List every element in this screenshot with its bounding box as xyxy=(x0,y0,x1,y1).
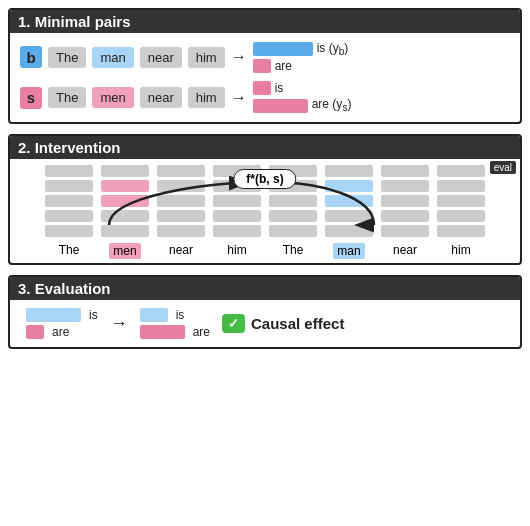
eval-arrow: → xyxy=(110,313,128,334)
bar-row-are-b: are xyxy=(253,59,349,73)
col-label-near-2: near xyxy=(393,243,417,257)
causal-effect-label: Causal effect xyxy=(251,315,344,332)
check-badge: ✓ xyxy=(222,314,245,333)
causal-effect: ✓ Causal effect xyxy=(222,314,344,333)
col-label-the-1: The xyxy=(59,243,80,257)
arrow-s: → xyxy=(231,89,247,107)
cell xyxy=(269,225,317,237)
cell xyxy=(437,225,485,237)
eval-label-are-2: are xyxy=(193,325,210,339)
col-label-him-1: him xyxy=(227,243,246,257)
section2-title: 2. Intervention xyxy=(10,136,520,159)
word-man-b: man xyxy=(92,47,133,68)
cell xyxy=(437,195,485,207)
cell-blue xyxy=(325,180,373,192)
cell xyxy=(269,195,317,207)
word-men-s: men xyxy=(92,87,133,108)
row-s: s The men near him → is are (ys) xyxy=(20,81,510,113)
section1-title: 1. Minimal pairs xyxy=(10,10,520,33)
cell xyxy=(45,165,93,177)
cell xyxy=(381,225,429,237)
eval-label-is: is xyxy=(89,308,98,322)
cell xyxy=(213,210,261,222)
cell xyxy=(325,210,373,222)
cell xyxy=(269,210,317,222)
cell xyxy=(45,180,93,192)
label-is-b: is (yb) xyxy=(317,41,349,57)
eval-bar-blue-small xyxy=(140,308,168,322)
section3-box: 3. Evaluation is are → is xyxy=(8,275,522,349)
intervention-diagram: eval xyxy=(10,159,520,263)
eval-label-are: are xyxy=(52,325,69,339)
bar-row-is-s: is xyxy=(253,81,352,95)
bar-blue-b xyxy=(253,42,313,56)
cell xyxy=(381,180,429,192)
cell xyxy=(437,165,485,177)
eval-bar-row-2: are xyxy=(26,325,98,339)
transformer-grid: f*(b, s) The men xyxy=(14,165,516,259)
eval-bar-row-3: is xyxy=(140,308,210,322)
f-label: f*(b, s) xyxy=(233,169,296,189)
cell xyxy=(45,225,93,237)
eval-bar-row-4: are xyxy=(140,325,210,339)
eval-bar-pink-small xyxy=(26,325,44,339)
cell xyxy=(157,165,205,177)
bar-pink-s-are xyxy=(253,99,308,113)
word-near-b: near xyxy=(140,47,182,68)
col-the-1: The xyxy=(43,165,95,259)
cell xyxy=(157,225,205,237)
cell xyxy=(325,165,373,177)
col-near-2: near xyxy=(379,165,431,259)
word-him-s: him xyxy=(188,87,225,108)
cell xyxy=(101,165,149,177)
label-s: s xyxy=(20,87,42,109)
bar-row-is-b: is (yb) xyxy=(253,41,349,57)
cell xyxy=(437,210,485,222)
section3-title: 3. Evaluation xyxy=(10,277,520,300)
cell xyxy=(437,180,485,192)
cell xyxy=(157,180,205,192)
eval-label-is-2: is xyxy=(176,308,185,322)
result-bars-b: is (yb) are xyxy=(253,41,349,73)
cell xyxy=(381,210,429,222)
section2-box: 2. Intervention eval xyxy=(8,134,522,265)
bar-pink-s-is xyxy=(253,81,271,95)
label-is-s: is xyxy=(275,81,284,95)
cell xyxy=(45,195,93,207)
col-him-2: him xyxy=(435,165,487,259)
result-bars-s: is are (ys) xyxy=(253,81,352,113)
col-near-1: near xyxy=(155,165,207,259)
col-label-man: man xyxy=(333,243,364,259)
bar-row-are-s: are (ys) xyxy=(253,97,352,113)
label-are-b: are xyxy=(275,59,292,73)
cell xyxy=(213,195,261,207)
section1-box: 1. Minimal pairs b The man near him → is… xyxy=(8,8,522,124)
cell xyxy=(381,165,429,177)
eval-bars-right: is are xyxy=(140,308,210,339)
cell-pink xyxy=(101,195,149,207)
row-b: b The man near him → is (yb) are xyxy=(20,41,510,73)
col-label-near-1: near xyxy=(169,243,193,257)
cell xyxy=(157,195,205,207)
main-container: 1. Minimal pairs b The man near him → is… xyxy=(0,0,530,526)
cell xyxy=(101,210,149,222)
eval-bar-blue-large xyxy=(26,308,81,322)
label-b: b xyxy=(20,46,42,68)
word-the-b: The xyxy=(48,47,86,68)
eval-bars-left: is are xyxy=(26,308,98,339)
cell-blue xyxy=(325,195,373,207)
word-him-b: him xyxy=(188,47,225,68)
cell xyxy=(101,225,149,237)
eval-bar-row: is xyxy=(26,308,98,322)
col-men: men xyxy=(99,165,151,259)
cell xyxy=(157,210,205,222)
cell xyxy=(45,210,93,222)
col-label-the-2: The xyxy=(283,243,304,257)
col-label-men: men xyxy=(109,243,140,259)
arrow-b: → xyxy=(231,48,247,66)
word-near-s: near xyxy=(140,87,182,108)
cell xyxy=(213,225,261,237)
cell-pink xyxy=(101,180,149,192)
col-man: man xyxy=(323,165,375,259)
col-label-him-2: him xyxy=(451,243,470,257)
